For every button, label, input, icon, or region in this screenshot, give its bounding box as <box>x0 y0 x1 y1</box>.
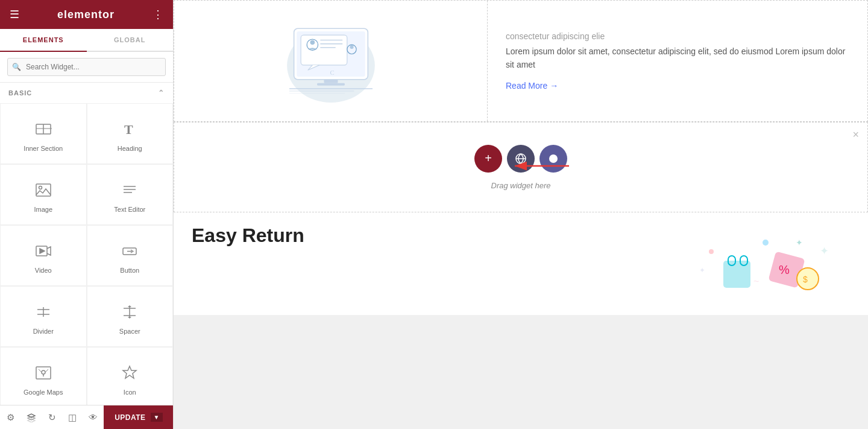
svg-rect-20 <box>36 367 51 379</box>
video-icon <box>33 240 54 262</box>
widget-icon[interactable]: Icon <box>87 347 174 408</box>
widget-spacer[interactable]: Spacer <box>87 286 174 347</box>
body-text: Lorem ipsum dolor sit amet, consectetur … <box>506 45 849 72</box>
search-input[interactable] <box>7 58 166 76</box>
svg-point-51 <box>797 268 819 290</box>
tab-global[interactable]: GLOBAL <box>87 29 174 51</box>
search-icon: 🔍 <box>12 63 21 71</box>
icon-icon <box>119 362 140 384</box>
chevron-down-icon: ⌃ <box>158 89 165 97</box>
widget-video[interactable]: Video <box>0 225 87 286</box>
text-panel: consectetur adipiscing elie Lorem ipsum … <box>488 1 867 121</box>
sidebar: ☰ elementor ⋮ ELEMENTS GLOBAL 🔍 BASIC ⌃ <box>0 0 174 429</box>
image-icon <box>33 179 54 201</box>
widget-divider-label: Divider <box>33 328 54 335</box>
button-icon <box>119 240 140 262</box>
top-section: C consectetur adipiscing elie Lorem ipsu… <box>174 0 868 122</box>
divider-icon <box>33 301 54 323</box>
widget-button[interactable]: Button <box>87 225 174 286</box>
widget-button-label: Button <box>120 267 139 274</box>
sidebar-header: ☰ elementor ⋮ <box>0 0 173 29</box>
widget-text-editor-label: Text Editor <box>114 206 145 213</box>
bottom-illustration: % $ ✦ ~ ✦ ✦ <box>669 224 850 303</box>
svg-rect-34 <box>324 80 338 83</box>
widget-spacer-label: Spacer <box>119 328 140 335</box>
tab-elements[interactable]: ELEMENTS <box>0 29 87 52</box>
layers-button[interactable] <box>20 405 41 430</box>
svg-rect-35 <box>317 83 345 86</box>
svg-point-5 <box>39 186 42 189</box>
bottom-section: Easy Return % $ <box>174 212 868 315</box>
subtitle-text: consectetur adipiscing elie <box>506 31 849 41</box>
bottom-illustration-svg: % $ ✦ ~ ✦ ✦ <box>675 224 844 303</box>
svg-marker-10 <box>40 249 45 253</box>
widget-inner-section[interactable]: Inner Section <box>0 103 87 164</box>
text-editor-icon <box>119 179 140 201</box>
grid-icon[interactable]: ⋮ <box>153 8 163 21</box>
svg-point-33 <box>350 45 353 49</box>
easy-return-title: Easy Return <box>192 224 669 247</box>
illustration-panel: C <box>174 1 488 121</box>
svg-text:~: ~ <box>753 276 759 287</box>
close-drop-button[interactable]: × <box>852 129 859 141</box>
heading-icon: T <box>119 118 140 140</box>
history-button[interactable]: ↻ <box>42 405 62 430</box>
arrow-pointer <box>512 157 572 177</box>
svg-text:%: % <box>779 263 790 276</box>
drop-section: × + w <box>174 122 868 212</box>
widgets-grid: Inner Section T Heading Image <box>0 103 173 408</box>
canvas: C consectetur adipiscing elie Lorem ipsu… <box>174 0 868 429</box>
svg-text:✦: ✦ <box>699 266 705 275</box>
preview-button[interactable]: ◫ <box>62 405 83 430</box>
update-button[interactable]: UPDATE ▼ <box>104 405 174 430</box>
widget-inner-section-label: Inner Section <box>24 145 63 152</box>
svg-rect-4 <box>36 184 51 196</box>
svg-point-28 <box>310 40 315 45</box>
widget-video-label: Video <box>35 267 52 274</box>
svg-point-21 <box>42 370 45 374</box>
widget-heading-label: Heading <box>118 145 142 152</box>
widget-google-maps[interactable]: Google Maps <box>0 347 87 408</box>
elementor-logo: elementor <box>57 8 115 21</box>
svg-text:C: C <box>330 69 334 76</box>
inner-section-icon <box>33 118 54 140</box>
bottom-toolbar: ⚙ ↻ ◫ 👁 UPDATE ▼ <box>0 405 174 429</box>
widget-image[interactable]: Image <box>0 164 87 225</box>
hero-illustration: C <box>262 10 400 112</box>
svg-point-54 <box>709 249 714 254</box>
responsive-button[interactable]: 👁 <box>83 405 104 430</box>
search-area: 🔍 <box>0 52 173 83</box>
svg-text:✦: ✦ <box>820 245 829 257</box>
settings-button[interactable]: ⚙ <box>0 405 20 430</box>
main-canvas: C consectetur adipiscing elie Lorem ipsu… <box>174 0 868 429</box>
update-dropdown-icon[interactable]: ▼ <box>151 413 163 422</box>
widget-icon-label: Icon <box>124 389 136 396</box>
widget-heading[interactable]: T Heading <box>87 103 174 164</box>
svg-text:✦: ✦ <box>796 238 803 247</box>
svg-text:$: $ <box>803 275 808 284</box>
widget-text-editor[interactable]: Text Editor <box>87 164 174 225</box>
arrow-icon <box>512 157 572 175</box>
drag-label: Drag widget here <box>491 181 551 190</box>
basic-section-label[interactable]: BASIC ⌃ <box>0 83 173 103</box>
google-maps-icon <box>33 362 54 384</box>
widget-image-label: Image <box>34 206 52 213</box>
svg-point-53 <box>763 240 769 246</box>
add-widget-button[interactable]: + <box>474 145 502 173</box>
widget-google-maps-label: Google Maps <box>24 389 63 396</box>
spacer-icon <box>119 301 140 323</box>
read-more-link[interactable]: Read More → <box>506 81 849 91</box>
sidebar-tabs: ELEMENTS GLOBAL <box>0 29 173 52</box>
svg-text:T: T <box>124 122 133 137</box>
widget-divider[interactable]: Divider <box>0 286 87 347</box>
hamburger-icon[interactable]: ☰ <box>10 8 19 21</box>
svg-rect-26 <box>301 35 347 65</box>
